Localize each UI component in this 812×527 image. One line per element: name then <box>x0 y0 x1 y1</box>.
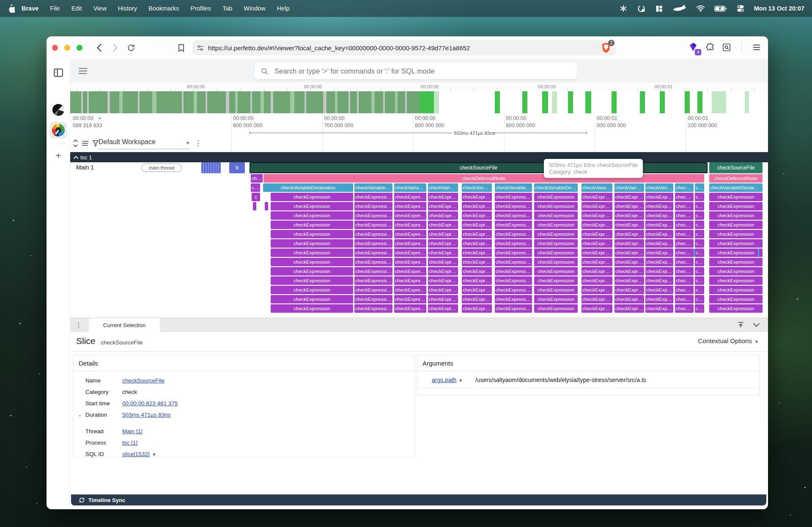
window-tiles-icon[interactable] <box>655 5 663 13</box>
tab-favicon-other[interactable] <box>50 101 67 118</box>
flame-slice[interactable]: checkExpression <box>675 193 694 201</box>
flame-slice[interactable]: checkExpression <box>428 221 458 229</box>
flame-slice[interactable]: checkExpression <box>271 286 353 294</box>
flame-slice[interactable]: checkExpression <box>428 248 458 257</box>
flame-slice[interactable]: checkVariableDeclaration <box>354 183 392 192</box>
flame-slice[interactable]: checkExpression <box>709 286 763 294</box>
omnibox[interactable] <box>255 63 577 79</box>
brave-rewards-icon[interactable]: 4 <box>688 42 699 53</box>
overview-minimap[interactable] <box>70 91 768 113</box>
flame-slice[interactable]: checkExpression <box>534 286 578 294</box>
workspace-menu-icon[interactable]: ⋮ <box>195 139 202 147</box>
flame-slice[interactable] <box>694 248 695 257</box>
flame-slice[interactable]: checkExpression <box>428 193 458 201</box>
flame-slice[interactable]: checkExpression <box>354 286 392 294</box>
minimize-window-button[interactable] <box>64 45 70 51</box>
details-value-link[interactable]: tsc [1] <box>122 437 137 448</box>
flame-slice[interactable]: checkExpression <box>709 202 763 210</box>
flame-slice[interactable]: checkExpression <box>675 267 694 276</box>
flame-slice[interactable]: checkExpression <box>271 304 353 313</box>
flame-slice[interactable]: checkVariableDeclaration <box>534 183 578 192</box>
flame-slice[interactable]: checkExpression <box>534 211 578 220</box>
flame-slice[interactable]: checkExpression <box>495 267 532 276</box>
flame-slice[interactable]: checkExpression <box>709 230 763 238</box>
flame-slice[interactable]: checkExpression <box>354 258 392 266</box>
flame-slice[interactable]: checkExpression <box>695 202 704 210</box>
menu-item-help[interactable]: Help <box>277 5 290 12</box>
flame-slice[interactable]: checkExpression <box>495 230 532 238</box>
flame-slice[interactable]: checkExpression <box>675 239 694 248</box>
flame-slice[interactable]: checkExpression <box>695 193 704 201</box>
flame-slice[interactable]: checkExpression <box>614 258 644 266</box>
flame-slice[interactable]: checkExpression <box>354 248 392 257</box>
flame-slice[interactable]: checkExpression <box>645 286 673 294</box>
flame-slice[interactable]: checkExpression <box>582 211 612 220</box>
flame-slice[interactable]: checkVariableDeclaration <box>462 183 492 192</box>
flame-slice[interactable]: checkExpression <box>695 286 704 294</box>
flame-slice[interactable]: checkExpression <box>582 295 612 303</box>
flame-slice[interactable]: checkExpression <box>495 211 532 220</box>
flame-slice[interactable]: checkExpression <box>582 258 612 266</box>
expander-chevron-icon[interactable]: ⌄ <box>78 409 82 421</box>
flame-slice[interactable]: checkExpression <box>695 211 704 220</box>
flame-slice[interactable]: checkExpression <box>271 221 353 229</box>
flame-slice[interactable]: checkExpression <box>271 193 353 201</box>
flame-slice[interactable]: checkExpression <box>462 193 492 201</box>
flame-slice[interactable]: checkVariableDeclaration <box>695 183 704 192</box>
flame-slice[interactable]: checkVariableDeclaration <box>675 183 694 192</box>
ferret-icon[interactable] <box>672 4 687 13</box>
flame-slice[interactable]: checkExpression <box>709 221 763 229</box>
flame-slice[interactable]: checkExpression <box>394 193 426 201</box>
contextual-options-button[interactable]: Contextual Options▼ <box>698 337 759 344</box>
flame-slice[interactable]: checkExpression <box>675 230 694 238</box>
flame-slice[interactable]: checkExpression <box>394 286 426 294</box>
flame-slice[interactable]: checkExpression <box>394 295 426 303</box>
flame-slice[interactable]: checkVariableDeclaration <box>709 183 763 192</box>
flame-slice[interactable]: checkExpression <box>394 248 426 257</box>
argument-key-link[interactable]: args.path▼ <box>432 371 463 389</box>
flame-slice[interactable]: checkExpression <box>462 258 492 266</box>
flame-slice[interactable]: checkExpression <box>534 295 578 303</box>
flame-slice[interactable]: checkExpression <box>394 230 426 238</box>
url-text[interactable]: https://ui.perfetto.dev/#!/viewer?local_… <box>208 44 594 52</box>
zoom-window-button[interactable] <box>77 45 82 51</box>
flame-slice[interactable]: checkExpression <box>462 202 492 210</box>
flame-slice[interactable]: checkExpression <box>645 304 673 313</box>
flame-slice[interactable]: checkExpression <box>495 248 532 257</box>
flame-slice[interactable]: checkExpression <box>695 230 704 238</box>
flame-slice[interactable]: checkExpression <box>675 202 694 210</box>
timeline-sync-button[interactable]: Timeline Sync <box>71 494 766 505</box>
flame-slice[interactable]: checkExpression <box>582 239 612 248</box>
flame-slice[interactable]: checkExpression <box>582 267 612 276</box>
flame-slice[interactable]: checkExpression <box>645 202 673 210</box>
flame-slice[interactable]: checkExpression <box>354 221 392 229</box>
flame-slice[interactable]: checkExpression <box>534 221 578 229</box>
collapse-panel-icon[interactable] <box>753 321 760 329</box>
flame-slice[interactable]: checkExpression <box>709 248 763 257</box>
flame-slice[interactable]: checkExpression <box>709 193 763 201</box>
flame-slice[interactable]: checkExpression <box>462 304 492 313</box>
flame-slice[interactable]: checkExpression <box>582 230 612 238</box>
flame-slice[interactable]: checkExpression <box>394 211 426 220</box>
flame-slice[interactable]: checkVariableDeclaration <box>582 183 612 192</box>
flame-slice[interactable]: checkExpression <box>271 276 353 285</box>
flame-slice[interactable]: checkExpression <box>428 304 458 313</box>
details-value-link[interactable]: 00:00:00.623 461 375 <box>122 398 178 409</box>
flame-slice[interactable]: checkExpression <box>695 221 704 229</box>
menu-item-window[interactable]: Window <box>244 5 266 12</box>
back-button[interactable] <box>94 43 104 53</box>
flame-slice[interactable]: checkExpression <box>428 239 458 248</box>
tab-favicon-perfetto[interactable] <box>50 122 67 139</box>
flame-slice[interactable]: checkExpression <box>428 258 458 266</box>
flame-slice[interactable]: checkExpression <box>675 258 694 266</box>
thread-chip[interactable]: main thread <box>141 164 182 172</box>
flame-slice[interactable]: checkExpression <box>675 276 694 285</box>
flame-slice[interactable]: checkExpression <box>394 304 426 313</box>
flame-slice[interactable]: checkExpression <box>462 230 492 238</box>
flame-slice[interactable]: checkVariableDeclaration <box>394 183 426 192</box>
flame-slice[interactable]: checkExpression <box>645 221 673 229</box>
area-selection-handle[interactable]: + <box>98 115 102 121</box>
perfetto-menu-icon[interactable] <box>78 66 88 76</box>
flame-slice[interactable]: checkExpression <box>462 276 492 285</box>
flame-slice[interactable]: checkExpression <box>645 258 673 266</box>
